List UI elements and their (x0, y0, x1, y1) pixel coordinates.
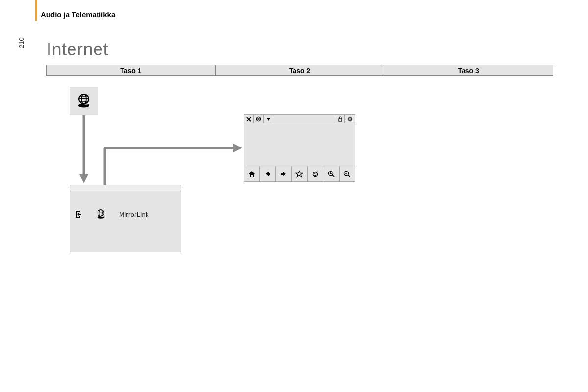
globe-hand-icon (74, 91, 94, 111)
mirrorlink-label: MirrorLink (119, 211, 149, 218)
home-icon[interactable] (244, 166, 260, 181)
browser-panel (244, 114, 355, 182)
refresh-icon[interactable] (308, 166, 323, 181)
level-header-row: Taso 1 Taso 2 Taso 3 (46, 65, 553, 76)
svg-point-32 (316, 173, 317, 174)
svg-marker-6 (79, 174, 88, 183)
internet-root-icon-box (70, 87, 98, 115)
zoom-in-icon[interactable] (323, 166, 339, 181)
svg-rect-18 (339, 119, 342, 121)
zoom-out-icon[interactable] (340, 166, 355, 181)
page-title: Internet (47, 39, 108, 60)
level-1: Taso 1 (46, 65, 216, 76)
page-number: 210 (18, 37, 25, 48)
address-bar[interactable] (273, 115, 335, 123)
svg-marker-26 (266, 172, 270, 176)
close-icon[interactable] (244, 115, 254, 123)
browser-topbar (244, 115, 355, 123)
browser-bottombar (244, 166, 355, 181)
section-header: Audio ja Telematiikka (41, 10, 115, 19)
forward-icon[interactable] (276, 166, 292, 181)
at-icon[interactable] (254, 115, 264, 123)
svg-marker-25 (249, 171, 255, 177)
settings-icon[interactable] (345, 115, 355, 123)
svg-line-38 (348, 175, 350, 177)
menu-panel-topbar (70, 185, 181, 191)
svg-marker-30 (317, 171, 318, 173)
svg-marker-17 (267, 118, 270, 121)
svg-point-20 (349, 118, 350, 119)
accent-bar (35, 0, 37, 21)
svg-marker-9 (233, 144, 242, 152)
connectivity-menu-panel: MirrorLink (70, 185, 181, 252)
globe-icon (95, 208, 107, 220)
svg-marker-28 (296, 171, 303, 177)
svg-line-34 (332, 175, 334, 177)
back-icon[interactable] (260, 166, 275, 181)
svg-marker-27 (281, 172, 286, 176)
level-3: Taso 3 (384, 65, 553, 76)
level-2: Taso 2 (216, 65, 385, 76)
svg-point-15 (256, 117, 260, 121)
dropdown-icon[interactable] (264, 115, 273, 123)
star-icon[interactable] (292, 166, 307, 181)
lock-icon[interactable] (335, 115, 345, 123)
exit-icon (74, 210, 83, 219)
svg-point-31 (314, 173, 315, 174)
svg-point-16 (258, 118, 259, 120)
